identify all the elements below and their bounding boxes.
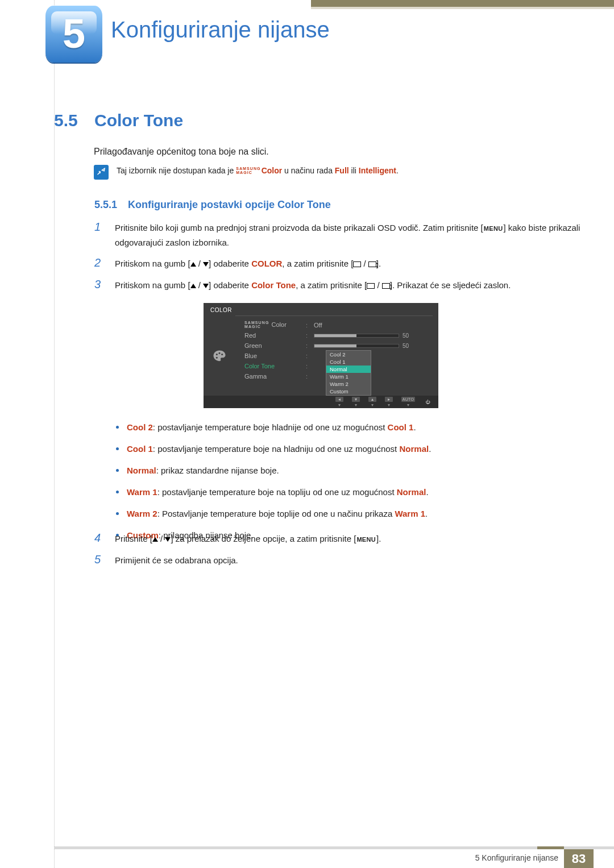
bullet-cool2: Cool 2: postavljanje temperature boje hl… xyxy=(116,421,582,434)
osd-row-green: Green: 50 xyxy=(244,340,432,351)
bullet-warm2: Warm 2: Postavljanje temperature boje to… xyxy=(116,507,582,521)
up-icon xyxy=(190,284,196,288)
section-title: Color Tone xyxy=(94,111,183,130)
down-icon xyxy=(203,284,209,288)
osd-palette-icon xyxy=(211,348,227,364)
note-text: Taj izbornik nije dostupan kada je SAMSU… xyxy=(117,165,399,177)
svg-point-2 xyxy=(221,354,223,355)
margin-rule xyxy=(54,0,55,868)
subsection-title: Konfiguriranje postavki opcije Color Ton… xyxy=(128,199,331,211)
step-2: 2 Pritiskom na gumb [ / ] odaberite COLO… xyxy=(94,256,583,271)
osd-screenshot: COLOR SAMSUNGMAGIC Color:Off Red: 50 Gre… xyxy=(204,303,438,408)
intro-text: Prilagođavanje općenitog tona boje na sl… xyxy=(94,147,269,157)
steps-list: 1 Pritisnite bilo koji gumb na prednjoj … xyxy=(94,221,583,299)
step-4: 4 Pritisnite [ / ] za prelazak do željen… xyxy=(94,531,583,546)
section-number: 5.5 xyxy=(54,111,78,130)
header-tab-shadow xyxy=(311,7,614,9)
enter-icon xyxy=(353,261,361,267)
menu-icon: MENU xyxy=(356,536,376,543)
svg-point-0 xyxy=(216,354,218,355)
note-block: Taj izbornik nije dostupan kada je SAMSU… xyxy=(94,165,588,180)
chapter-number: 5 xyxy=(45,10,102,57)
subsection-number: 5.5.1 xyxy=(94,199,117,211)
osd-header: COLOR xyxy=(210,307,232,313)
slider-red xyxy=(314,334,399,338)
chapter-title: Konfiguriranje nijanse xyxy=(111,17,330,43)
menu-icon: MENU xyxy=(483,225,504,232)
svg-point-3 xyxy=(216,357,218,359)
steps-4-5: 4 Pritisnite [ / ] za prelazak do željen… xyxy=(94,531,583,574)
chapter-badge: 5 xyxy=(45,6,102,63)
step-3: 3 Pritiskom na gumb [ / ] odaberite Colo… xyxy=(94,278,583,293)
osd-row-red: Red: 50 xyxy=(244,330,432,340)
down-icon xyxy=(203,262,209,267)
bullet-cool1: Cool 1: postavljanje temperature boje na… xyxy=(116,442,582,456)
up-icon xyxy=(190,262,196,267)
step-5: 5 Primijenit će se odabrana opcija. xyxy=(94,553,583,568)
header-tab xyxy=(311,0,614,7)
slider-green xyxy=(314,344,399,348)
bullet-normal: Normal: prikaz standardne nijanse boje. xyxy=(116,464,582,477)
osd-row-magic: SAMSUNGMAGIC Color:Off xyxy=(244,320,432,330)
down-icon xyxy=(165,537,171,542)
up-icon xyxy=(152,537,158,542)
bullet-warm1: Warm 1: postavljanje temperature boje na… xyxy=(116,485,582,499)
osd-nav: ◂▾ ▾▾ ▴▾ ▸▾ AUTO▾ ⏻ xyxy=(204,396,438,408)
source-icon xyxy=(368,261,376,267)
enter-icon xyxy=(367,283,375,289)
page-number: 83 xyxy=(564,849,594,868)
source-icon xyxy=(382,283,390,289)
svg-point-1 xyxy=(218,352,220,354)
options-bullets: Cool 2: postavljanje temperature boje hl… xyxy=(116,421,582,550)
footer: 5 Konfiguriranje nijanse 83 xyxy=(0,846,614,868)
footer-text: 5 Konfiguriranje nijanse xyxy=(475,853,558,862)
note-icon xyxy=(94,165,109,180)
osd-dropdown: Cool 2 Cool 1 Normal Warm 1 Warm 2 Custo… xyxy=(326,350,371,396)
step-1: 1 Pritisnite bilo koji gumb na prednjoj … xyxy=(94,221,583,250)
